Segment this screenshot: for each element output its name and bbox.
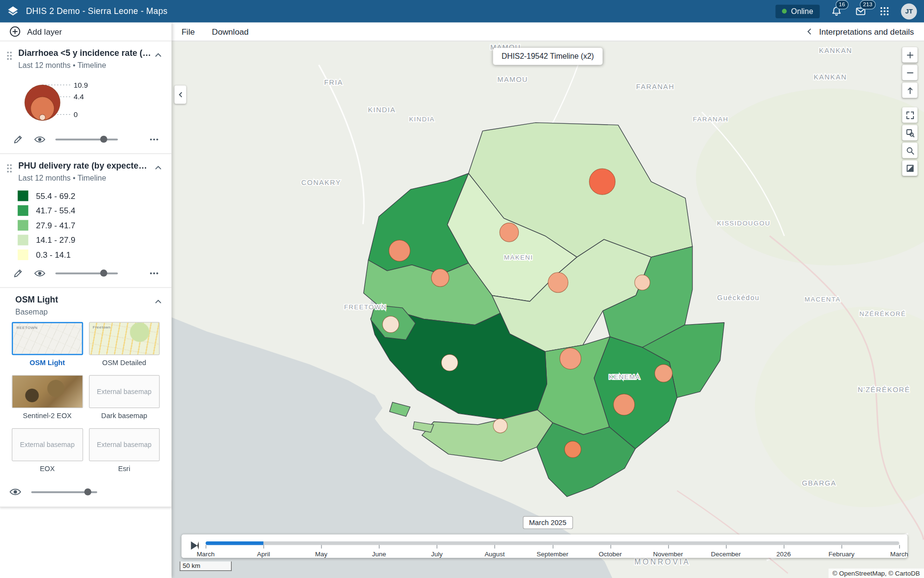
legend-class-row: 55.4 - 69.2 xyxy=(18,191,165,201)
timeline-month-label[interactable]: March xyxy=(890,550,908,557)
online-status[interactable]: Online xyxy=(776,4,820,18)
map-place-label: FARANAH xyxy=(636,83,675,91)
basemap-tile-dark-basemap[interactable]: External basemapDark basemap xyxy=(89,375,160,420)
timeline-month-label[interactable]: May xyxy=(315,550,327,557)
add-layer-button[interactable]: Add layer xyxy=(0,23,171,41)
bubble-legend-value: 4.4 xyxy=(74,92,84,101)
basemap-thumbnail[interactable]: REETOWN xyxy=(12,322,83,355)
basemap-tile-osm-light[interactable]: REETOWNOSM Light xyxy=(12,322,83,367)
timeline-track[interactable] xyxy=(205,541,899,545)
edit-layer-button[interactable] xyxy=(12,133,23,145)
slider-knob[interactable] xyxy=(84,488,91,496)
district-bubble[interactable] xyxy=(493,419,507,433)
district-bubble[interactable] xyxy=(614,394,635,415)
timeline-month-label[interactable]: February xyxy=(828,550,854,557)
interpretations-toggle[interactable]: Interpretations and details xyxy=(806,27,914,37)
add-layer-label: Add layer xyxy=(27,27,62,37)
drag-handle-icon[interactable] xyxy=(6,161,14,176)
basemap-thumbnail[interactable]: External basemap xyxy=(12,428,83,461)
timeline-month-label[interactable]: June xyxy=(372,550,386,557)
district-bubble[interactable] xyxy=(389,240,410,261)
district-bubble[interactable] xyxy=(654,365,672,382)
toggle-visibility-button[interactable] xyxy=(34,267,45,279)
toggle-basemap-visibility-button[interactable] xyxy=(10,486,21,498)
slider-knob[interactable] xyxy=(100,136,107,143)
bubble-legend-value: 0 xyxy=(74,110,78,118)
timeline-tick xyxy=(841,545,842,548)
district-bubble[interactable] xyxy=(635,275,650,290)
district-bubble[interactable] xyxy=(383,316,399,332)
opacity-slider[interactable] xyxy=(55,269,118,277)
timeline-month-label[interactable]: September xyxy=(537,550,568,557)
message-badge: 213 xyxy=(860,0,876,9)
layer-subtitle: Last 12 months • Timeline xyxy=(18,61,152,69)
district-bubble[interactable] xyxy=(431,269,449,287)
fullscreen-button[interactable] xyxy=(902,107,918,123)
basemap-tile-esri[interactable]: External basemapEsri xyxy=(89,428,160,473)
basemap-tile-eox[interactable]: External basemapEOX xyxy=(12,428,83,473)
apps-menu-button[interactable] xyxy=(877,3,892,19)
timeline-month-label[interactable]: August xyxy=(485,550,505,557)
timeline-month-label[interactable]: October xyxy=(599,550,622,557)
map-menubar: File Download Interpretations and detail… xyxy=(171,23,924,41)
play-button[interactable] xyxy=(191,541,199,550)
map-svg: MAMOUKANKANFRIAMAMOUFARANAHKANKANKINDIAK… xyxy=(171,41,924,578)
chevron-left-icon xyxy=(806,28,813,36)
user-avatar[interactable]: JT xyxy=(901,3,917,19)
edit-layer-button[interactable] xyxy=(12,267,23,279)
timeline-month-label[interactable]: April xyxy=(257,550,270,557)
search-button[interactable] xyxy=(902,143,918,158)
district-bubble[interactable] xyxy=(560,348,581,369)
timeline-axis[interactable]: MarchAprilMayJuneJulyAugustSeptemberOcto… xyxy=(205,539,899,558)
header-bar: DHIS 2 Demo - Sierra Leone - Maps Online… xyxy=(0,0,924,23)
plus-icon xyxy=(905,51,914,59)
toggle-visibility-button[interactable] xyxy=(34,133,45,145)
district-bubble[interactable] xyxy=(441,355,458,371)
timeline-tick xyxy=(437,545,437,548)
opacity-slider[interactable] xyxy=(55,135,118,143)
layer-more-button[interactable] xyxy=(148,133,159,145)
district-bubble[interactable] xyxy=(548,273,568,293)
basemap-tile-sentinel-2-eox[interactable]: Sentinel-2 EOX xyxy=(12,375,83,420)
sidebar-collapse-button[interactable] xyxy=(174,86,186,104)
timeline-month-label[interactable]: March xyxy=(197,550,215,557)
menu-download[interactable]: Download xyxy=(212,27,248,37)
minus-icon xyxy=(905,68,914,77)
district-bubble[interactable] xyxy=(589,169,615,195)
drag-handle-icon[interactable] xyxy=(6,48,14,63)
basemap-thumbnail[interactable] xyxy=(12,375,83,408)
reset-bearing-button[interactable] xyxy=(902,82,918,98)
external-basemap-placeholder: External basemap xyxy=(97,388,152,395)
collapse-chevron-icon[interactable] xyxy=(152,48,165,61)
dhis2-logo[interactable] xyxy=(0,0,26,23)
district-bubble[interactable] xyxy=(565,441,581,458)
map-canvas[interactable]: MAMOUKANKANFRIAMAMOUFARANAHKANKANKINDIAK… xyxy=(171,41,924,578)
map-place-label: MACENTA xyxy=(805,296,841,303)
messages-button[interactable]: 213 xyxy=(853,3,868,19)
basemap-tile-osm-detailed[interactable]: FreetownOSM Detailed xyxy=(89,322,160,367)
apps-grid-icon xyxy=(879,6,890,16)
basemap-thumbnail[interactable]: External basemap xyxy=(89,375,160,408)
timeline-month-label[interactable]: December xyxy=(711,550,741,557)
district-bubble[interactable] xyxy=(500,223,518,242)
basemap-thumbnail[interactable]: External basemap xyxy=(89,428,160,461)
zoom-in-button[interactable] xyxy=(902,47,918,63)
zoom-to-content-button[interactable] xyxy=(902,125,918,141)
layer-more-button[interactable] xyxy=(148,267,159,279)
zoom-out-button[interactable] xyxy=(902,65,918,80)
timeline-month-label[interactable]: November xyxy=(653,550,683,557)
basemap-toggle-button[interactable] xyxy=(902,160,918,176)
basemap-opacity-slider[interactable] xyxy=(31,488,97,496)
legend-swatch xyxy=(18,191,28,201)
collapse-chevron-icon[interactable] xyxy=(152,295,165,308)
legend-label: 55.4 - 69.2 xyxy=(36,191,76,201)
basemap-thumbnail[interactable]: Freetown xyxy=(89,322,160,355)
menu-file[interactable]: File xyxy=(181,27,195,37)
notifications-button[interactable]: 16 xyxy=(829,3,844,19)
basemap-tile-label: OSM Detailed xyxy=(89,358,160,367)
timeline-month-label[interactable]: July xyxy=(431,550,443,557)
collapse-chevron-icon[interactable] xyxy=(152,161,165,174)
slider-knob[interactable] xyxy=(100,270,107,277)
map-place-label: FREETOWN xyxy=(344,303,386,311)
timeline-month-label[interactable]: 2026 xyxy=(776,550,791,557)
